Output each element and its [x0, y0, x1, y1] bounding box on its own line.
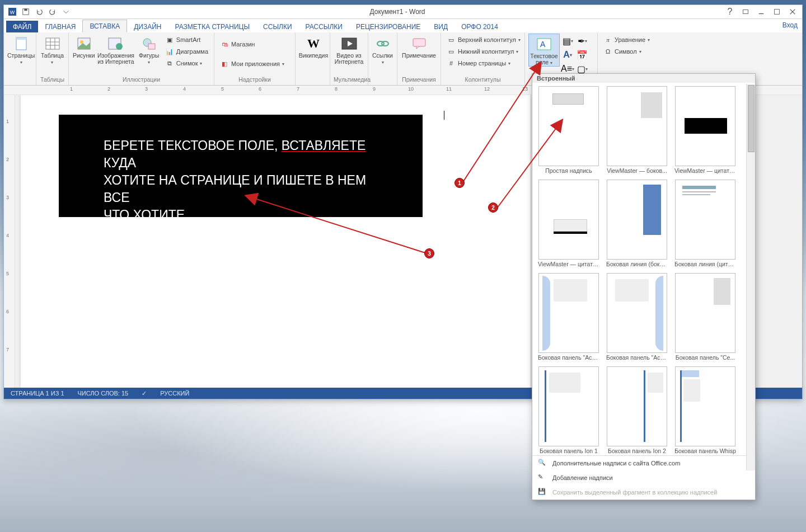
datetime-button[interactable]: 📅 — [575, 49, 589, 61]
gallery-item-whisp[interactable]: Боковая панель Whisp — [674, 366, 736, 454]
pictures-button[interactable]: Рисунки — [72, 34, 95, 59]
gallery-item-se-side[interactable]: Боковая панель "Се... — [674, 273, 736, 361]
gallery-item-sideline-side[interactable]: Боковая линия (боко... — [606, 180, 668, 267]
sign-in-link[interactable]: Вход — [782, 21, 798, 29]
gallery-footer: 🔍 Дополнительные надписи с сайта Office.… — [532, 455, 755, 500]
equation-button[interactable]: πУравнение ▾ — [601, 35, 652, 45]
link-icon — [374, 35, 391, 52]
gallery-item-viewmaster-quote2[interactable]: ViewMaster — цитата... — [538, 180, 599, 267]
wikipedia-button[interactable]: W Википедия — [299, 34, 328, 59]
maximize-icon[interactable] — [770, 6, 784, 18]
help-icon[interactable]: ? — [723, 6, 737, 18]
status-page[interactable]: СТРАНИЦА 1 ИЗ 1 — [11, 390, 64, 397]
document-page[interactable]: БЕРЕТЕ ТЕКСТОВОЕ ПОЛЕ, ВСТАВЛЯЕТЕ КУДА Х… — [21, 95, 530, 388]
gallery-item-viewmaster-side[interactable]: ViewMaster — боков... — [606, 86, 668, 174]
tab-design[interactable]: ДИЗАЙН — [127, 21, 168, 32]
online-video-button[interactable]: Видео из Интернета — [334, 34, 364, 65]
close-icon[interactable] — [785, 6, 800, 18]
save-selection-icon: 💾 — [538, 488, 547, 497]
smartart-button[interactable]: ▣SmartArt — [163, 35, 210, 45]
shapes-button[interactable]: Фигуры▾ — [136, 34, 161, 65]
table-icon — [44, 35, 61, 52]
save-icon[interactable] — [20, 6, 32, 18]
text-cursor — [444, 111, 444, 120]
undo-icon[interactable] — [33, 6, 45, 18]
footer-icon: ▭ — [447, 47, 456, 56]
screenshot-icon: ⧉ — [165, 59, 174, 68]
comment-button[interactable]: Примечание — [401, 34, 437, 59]
svg-rect-4 — [743, 10, 748, 14]
store-button[interactable]: 🛍Магазин — [218, 39, 287, 49]
gallery-item-ion1[interactable]: Боковая панель Ion 1 — [538, 366, 599, 454]
gallery-item-aspect-side1[interactable]: Боковая панель "Асп... — [538, 273, 599, 361]
group-headerfooter: ▭Верхний колонтитул ▾ ▭Нижний колонтитул… — [441, 32, 525, 85]
header-button[interactable]: ▭Верхний колонтитул ▾ — [444, 35, 523, 45]
textbox-text: БЕРЕТЕ ТЕКСТОВОЕ ПОЛЕ, ВСТАВЛЯЕТЕ КУДА Х… — [104, 138, 366, 222]
quick-parts-button[interactable]: ▤▾ — [561, 35, 574, 47]
table-button[interactable]: Таблица▾ — [40, 34, 65, 65]
status-language[interactable]: РУССКИЙ — [160, 390, 189, 397]
wikipedia-icon: W — [305, 35, 322, 52]
wordart-button[interactable]: A▾ — [561, 49, 574, 61]
gallery-item-sideline-quote[interactable]: Боковая линия (цита... — [674, 180, 736, 267]
ribbon-tabs: ФАЙЛ ГЛАВНАЯ ВСТАВКА ДИЗАЙН РАЗМЕТКА СТР… — [4, 19, 802, 32]
word-app-icon[interactable]: W — [6, 6, 18, 18]
status-word-count[interactable]: ЧИСЛО СЛОВ: 15 — [78, 390, 129, 397]
tab-view[interactable]: ВИД — [427, 21, 454, 32]
inserted-text-box[interactable]: БЕРЕТЕ ТЕКСТОВОЕ ПОЛЕ, ВСТАВЛЯЕТЕ КУДА Х… — [59, 115, 423, 217]
signature-button[interactable]: ✒▾ — [575, 35, 589, 47]
gallery-more-office[interactable]: 🔍 Дополнительные надписи с сайта Office.… — [532, 456, 755, 470]
redo-icon[interactable] — [46, 6, 59, 18]
video-icon — [341, 35, 358, 52]
quick-access-toolbar: W — [6, 6, 72, 18]
gallery-draw-textbox[interactable]: ✎ Добавление надписи — [532, 470, 755, 485]
minimize-icon[interactable] — [754, 6, 768, 18]
annotation-badge-1: 1 — [454, 178, 465, 188]
text-box-button[interactable]: A Текстовое поле ▾ — [528, 34, 560, 67]
gallery-item-viewmaster-quote1[interactable]: ViewMaster — цитата... — [674, 86, 736, 174]
apps-icon: ◧ — [220, 59, 229, 68]
title-bar: W Документ1 - Word ? — [4, 5, 802, 19]
links-button[interactable]: Ссылки▾ — [372, 34, 393, 65]
pages-button[interactable]: Страницы▾ — [7, 34, 35, 65]
chart-button[interactable]: 📊Диаграмма — [163, 46, 210, 57]
page-number-button[interactable]: #Номер страницы ▾ — [444, 58, 523, 68]
footer-button[interactable]: ▭Нижний колонтитул ▾ — [444, 46, 523, 57]
tab-orfo[interactable]: ОРФО 2014 — [454, 21, 505, 32]
group-tables: Таблица▾ Таблицы — [36, 32, 69, 85]
online-pictures-button[interactable]: Изображения из Интернета — [96, 34, 135, 65]
tab-mailings[interactable]: РАССЫЛКИ — [299, 21, 349, 32]
my-apps-button[interactable]: ◧Мои приложения ▾ — [218, 59, 287, 69]
office-icon: 🔍 — [538, 459, 547, 468]
tab-review[interactable]: РЕЦЕНЗИРОВАНИЕ — [349, 21, 427, 32]
qat-dropdown-icon[interactable] — [60, 6, 72, 18]
tab-home[interactable]: ГЛАВНАЯ — [38, 21, 82, 32]
tab-file[interactable]: ФАЙЛ — [6, 21, 38, 32]
tab-references[interactable]: ССЫЛКИ — [256, 21, 298, 32]
text-box-gallery: Встроенный Простая надпись ViewMaster — … — [532, 73, 756, 500]
ribbon-display-icon[interactable] — [738, 6, 753, 18]
gallery-save-selection: 💾 Сохранить выделенный фрагмент в коллек… — [532, 485, 755, 500]
gallery-grid: Простая надпись ViewMaster — боков... Vi… — [532, 83, 755, 455]
online-pictures-icon — [107, 35, 124, 52]
text-box-icon: A — [536, 36, 552, 53]
shapes-icon — [140, 35, 157, 52]
screenshot-button[interactable]: ⧉Снимок ▾ — [163, 58, 210, 68]
svg-rect-26 — [413, 39, 425, 46]
gallery-item-aspect-side2[interactable]: Боковая панель "Асп... — [606, 273, 668, 361]
svg-point-25 — [382, 41, 388, 46]
vertical-ruler[interactable]: 1 2 3 4 5 6 7 — [4, 95, 15, 388]
gallery-item-ion2[interactable]: Боковая панель Ion 2 — [606, 366, 668, 454]
tab-insert[interactable]: ВСТАВКА — [82, 20, 127, 32]
svg-text:W: W — [10, 10, 15, 15]
gallery-item-simple-textbox[interactable]: Простая надпись — [538, 86, 599, 174]
pages-icon — [13, 35, 30, 52]
symbol-button[interactable]: ΩСимвол ▾ — [601, 46, 652, 57]
svg-text:A: A — [540, 40, 546, 49]
tab-page-layout[interactable]: РАЗМЕТКА СТРАНИЦЫ — [168, 21, 257, 32]
header-icon: ▭ — [447, 35, 456, 44]
window-controls: ? — [723, 6, 800, 18]
status-proof-icon[interactable]: ✓ — [142, 390, 147, 397]
group-media: Видео из Интернета Мультимедиа — [330, 32, 368, 85]
svg-rect-6 — [775, 10, 780, 15]
